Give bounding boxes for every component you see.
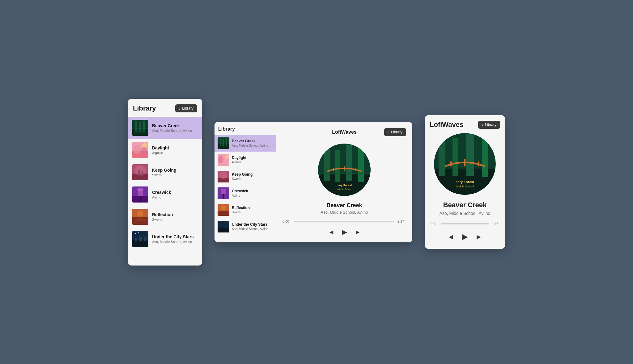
svg-point-30 — [143, 233, 144, 234]
sidebar-thumb-beaver-creek — [218, 137, 229, 149]
sidebar-track-keep-going[interactable]: Keep Going Swern — [215, 168, 276, 185]
right-track-artist: Aso, Middle School, Aviino — [440, 211, 491, 216]
svg-rect-20 — [139, 196, 142, 203]
center-library-btn[interactable]: ♪ Library — [384, 128, 406, 136]
left-thumb-reflection — [132, 209, 148, 225]
sidebar-info-daylight: Daylight Aiguille — [232, 156, 246, 164]
svg-rect-74 — [439, 135, 445, 176]
svg-point-55 — [223, 222, 224, 222]
left-track-info-keep-going: Keep Going Swern — [152, 168, 176, 177]
sidebar-thumb-creswick — [218, 187, 229, 199]
sidebar-track-list: Beaver Creek Aso, Middle School, Aviino … — [215, 135, 276, 235]
svg-rect-50 — [218, 211, 229, 216]
svg-rect-15 — [138, 170, 140, 176]
svg-text:Middle School: Middle School — [456, 185, 474, 188]
right-progress-bar[interactable] — [441, 223, 489, 224]
left-thumb-creswick — [132, 186, 148, 203]
left-track-item-creswick[interactable]: Creswick Aviino — [128, 183, 202, 206]
svg-point-28 — [135, 233, 136, 234]
sidebar-track-beaver-creek[interactable]: Beaver Creek Aso, Middle School, Aviino — [215, 135, 276, 152]
left-track-item-keep-going[interactable]: Keep Going Swern — [128, 161, 202, 183]
center-album-art: nary Forest Middle School — [318, 144, 371, 196]
music-note-icon-center: ♪ — [388, 130, 390, 134]
left-library-title: Library — [133, 104, 156, 112]
next-button[interactable]: ▶ — [356, 229, 359, 235]
right-current-time: 0:00 — [430, 222, 438, 226]
right-progress-row: 0:00 2:17 — [430, 222, 500, 226]
svg-rect-75 — [452, 138, 458, 176]
svg-rect-65 — [318, 173, 371, 174]
svg-rect-34 — [144, 237, 147, 241]
right-player-card: LofiWaves ♪ Library — [425, 115, 505, 249]
svg-point-24 — [137, 211, 143, 217]
player-main-header: LofiWaves ♪ Library — [283, 128, 406, 136]
scene: Library ♪ Library — [128, 99, 505, 266]
right-track-name: Beaver Creek — [443, 201, 487, 209]
svg-rect-37 — [220, 138, 221, 146]
progress-bar[interactable] — [294, 221, 394, 222]
svg-point-6 — [134, 130, 147, 133]
left-track-item-city-stars[interactable]: Under the City Stars Aso, Middle School,… — [128, 228, 202, 250]
right-prev-button[interactable]: ◀ — [449, 233, 453, 240]
left-thumb-daylight — [132, 142, 148, 158]
svg-point-51 — [221, 205, 226, 210]
left-thumb-city-stars — [132, 231, 148, 247]
svg-rect-62 — [335, 150, 340, 182]
sidebar-thumb-reflection — [218, 204, 229, 216]
svg-rect-76 — [466, 134, 474, 176]
sidebar-track-city-stars[interactable]: Under the City Stars Aso, Middle School,… — [215, 218, 276, 235]
svg-point-45 — [219, 172, 227, 179]
left-library-btn[interactable]: ♪ Library — [175, 104, 197, 112]
right-controls: ◀ ▶ ▶ — [449, 232, 481, 241]
right-play-button[interactable]: ▶ — [462, 232, 468, 241]
svg-point-25 — [135, 218, 146, 221]
music-note-icon-right: ♪ — [482, 123, 484, 127]
svg-point-56 — [227, 223, 228, 223]
svg-rect-61 — [324, 147, 330, 181]
right-album-art: nary Forest Middle School — [434, 133, 496, 195]
player-sidebar: Library Beaver Creek — [215, 122, 276, 242]
right-next-button[interactable]: ▶ — [477, 233, 481, 240]
left-track-info-city-stars: Under the City Stars Aso, Middle School,… — [152, 234, 194, 244]
svg-rect-16 — [142, 171, 143, 176]
total-time: 2:17 — [397, 220, 406, 223]
svg-rect-53 — [218, 228, 229, 232]
left-track-info-daylight: Daylight Aiguille — [152, 145, 169, 155]
sidebar-header: Library — [215, 122, 276, 135]
left-track-item-beaver-creek[interactable]: Beaver Creek Aso, Middle School, Aviino — [128, 117, 202, 139]
sidebar-info-reflection: Reflection Swern — [232, 206, 250, 214]
sidebar-title: Library — [218, 126, 235, 132]
svg-rect-38 — [223, 139, 224, 146]
left-track-item-daylight[interactable]: Daylight Aiguille — [128, 139, 202, 161]
svg-point-31 — [146, 232, 147, 232]
right-library-btn[interactable]: ♪ Library — [478, 121, 500, 129]
sidebar-track-reflection[interactable]: Reflection Swern — [215, 202, 276, 218]
current-time: 0:00 — [283, 220, 291, 223]
controls-row: ◀ ▶ ▶ — [329, 228, 359, 236]
svg-rect-33 — [139, 236, 142, 241]
svg-point-21 — [137, 188, 143, 191]
sidebar-track-daylight[interactable]: Daylight Aiguille — [215, 152, 276, 168]
left-track-item-reflection[interactable]: Reflection Swern — [128, 206, 202, 228]
player-main: LofiWaves ♪ Library — [276, 122, 412, 242]
prev-button[interactable]: ◀ — [329, 229, 333, 235]
svg-point-11 — [141, 147, 147, 154]
sidebar-track-creswick[interactable]: Creswick Aviino — [215, 185, 276, 202]
svg-rect-77 — [482, 137, 488, 177]
right-total-time: 2:17 — [491, 222, 500, 226]
sidebar-info-city-stars: Under the City Stars Aso, Middle School,… — [232, 222, 268, 231]
svg-point-54 — [220, 222, 220, 223]
svg-rect-5 — [132, 128, 148, 129]
play-button[interactable]: ▶ — [342, 228, 347, 236]
svg-rect-63 — [346, 145, 352, 181]
svg-point-14 — [135, 165, 146, 175]
music-note-icon: ♪ — [179, 107, 181, 110]
svg-text:nary Forest: nary Forest — [456, 180, 474, 184]
svg-text:Middle School: Middle School — [338, 188, 351, 190]
sidebar-info-beaver-creek: Beaver Creek Aso, Middle School, Aviino — [232, 139, 268, 147]
svg-point-42 — [225, 155, 229, 159]
left-track-list: Beaver Creek Aso, Middle School, Aviino … — [128, 117, 202, 250]
sidebar-thumb-daylight — [218, 154, 229, 166]
svg-point-10 — [133, 145, 141, 154]
progress-row: 0:00 2:17 — [283, 220, 406, 223]
